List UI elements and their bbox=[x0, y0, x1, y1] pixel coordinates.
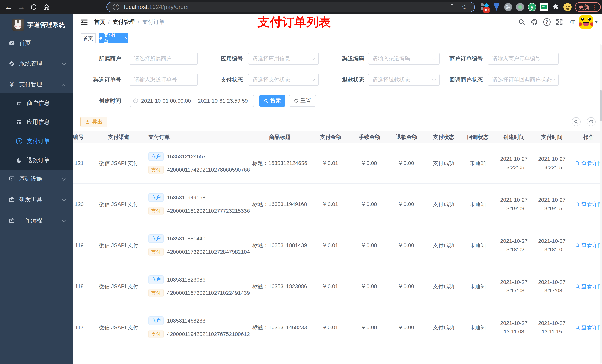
cell-id: 120 bbox=[73, 200, 90, 208]
scrollbar-thumb[interactable] bbox=[600, 90, 602, 121]
extension-kite-icon[interactable] bbox=[492, 3, 501, 11]
cell-amount: ¥ 0.01 bbox=[310, 323, 351, 332]
reset-button[interactable]: 重置 bbox=[289, 95, 316, 106]
font-size-icon[interactable]: тT bbox=[566, 16, 578, 28]
cell-pay-status: 支付成功 bbox=[425, 241, 462, 250]
pay-status-select[interactable]: 请选择支付状态 bbox=[248, 74, 319, 86]
cell-channel: 微信 JSAPI 支付 bbox=[90, 159, 147, 167]
refresh-table-button[interactable] bbox=[587, 117, 595, 126]
github-icon[interactable] bbox=[528, 16, 540, 28]
collapse-sidebar-icon[interactable] bbox=[80, 18, 88, 26]
cell-refund: ¥ 0.00 bbox=[388, 241, 425, 250]
info-icon[interactable]: i bbox=[113, 4, 119, 10]
view-detail-link[interactable]: 查看详情 bbox=[570, 323, 602, 332]
export-button[interactable]: 导出 bbox=[80, 116, 107, 127]
search-icon bbox=[574, 119, 578, 124]
extensions-puzzle-icon[interactable] bbox=[552, 3, 560, 11]
merchant-order-no: 1635311468233 bbox=[167, 316, 205, 325]
home-icon[interactable] bbox=[41, 0, 52, 14]
sidebar-item-infra[interactable]: 基础设施 bbox=[0, 168, 73, 189]
app-logo-row[interactable]: 芋道管理系统 bbox=[0, 18, 73, 32]
date-range-input[interactable]: 2021-10-01 00:00:00 - 2021-10-31 23:59:5… bbox=[129, 95, 254, 107]
search-icon bbox=[575, 202, 580, 207]
back-icon[interactable]: ← bbox=[3, 0, 14, 14]
extension-chat-icon[interactable] bbox=[540, 3, 548, 11]
bookmark-star-icon[interactable]: ☆ bbox=[462, 3, 468, 11]
sidebar: 芋道管理系统 首页 系统管理 ¥ 支付管理 商户信息 应用信息 bbox=[0, 14, 73, 364]
update-button[interactable]: 更新 ⋮ bbox=[575, 2, 601, 12]
col-order: 支付订单 bbox=[147, 133, 249, 141]
extension-dot-icon[interactable] bbox=[516, 3, 524, 11]
channel-code-select[interactable]: 请输入渠道编码 bbox=[368, 52, 440, 65]
search-icon bbox=[264, 98, 269, 103]
sidebar-item-system[interactable]: 系统管理 bbox=[0, 53, 73, 74]
fullscreen-icon[interactable] bbox=[553, 16, 566, 28]
cell-channel: 微信 JSAPI 支付 bbox=[90, 323, 147, 332]
sidebar-item-pay[interactable]: ¥ 支付管理 bbox=[0, 74, 73, 95]
avatar[interactable] bbox=[580, 15, 593, 29]
breadcrumb: 首页 / 支付管理 / 支付订单 bbox=[94, 14, 165, 30]
search-button[interactable]: 搜索 bbox=[259, 95, 285, 106]
sidebar-item-merchant-info[interactable]: 商户信息 bbox=[0, 94, 73, 113]
view-detail-link[interactable]: 查看详情 bbox=[570, 200, 602, 208]
channel-order-no: 4200001181202110277723215336 bbox=[167, 207, 250, 215]
pay-tag: 支付 bbox=[149, 166, 164, 174]
annotation-title: 支付订单列表 bbox=[239, 14, 350, 30]
placeholder: 请选择退款状态 bbox=[372, 76, 433, 83]
merchant-select[interactable]: 请选择所属商户 bbox=[129, 52, 198, 65]
breadcrumb-home[interactable]: 首页 bbox=[94, 18, 105, 26]
app-select[interactable]: 请选择应用信息 bbox=[248, 52, 319, 65]
notify-status-select[interactable]: 请选择订单回调商户状态 bbox=[488, 74, 559, 86]
sidebar-item-label: 支付管理 bbox=[19, 81, 42, 88]
extension-command-icon[interactable]: ⌘ bbox=[504, 3, 512, 11]
channel-order-no: 4200001174202110278060590766 bbox=[167, 166, 250, 174]
profile-emoji-icon[interactable] bbox=[563, 3, 572, 11]
sidebar-item-label: 支付订单 bbox=[27, 137, 50, 145]
help-icon[interactable]: ? bbox=[540, 16, 553, 28]
close-icon[interactable]: × bbox=[125, 35, 128, 41]
reload-icon[interactable] bbox=[28, 0, 39, 14]
placeholder: 请输入商户订单编号 bbox=[492, 55, 554, 62]
channel-order-no-input[interactable]: 请输入渠道订单号 bbox=[129, 74, 198, 86]
browser-menu-icon[interactable]: ⋮ bbox=[591, 4, 597, 10]
forward-icon[interactable]: → bbox=[16, 0, 27, 14]
filter-label: 所属商户 bbox=[73, 52, 121, 65]
refund-status-select[interactable]: 请选择退款状态 bbox=[368, 74, 440, 86]
pay-submenu: 商户信息 应用信息 ¥ 支付订单 退款订单 bbox=[0, 94, 73, 170]
view-detail-link[interactable]: 查看详情 bbox=[570, 241, 602, 250]
placeholder: 请选择所属商户 bbox=[134, 55, 193, 62]
cell-title: 标题：1635311949168 bbox=[249, 200, 310, 208]
caret-down-icon[interactable]: ▼ bbox=[594, 19, 599, 25]
sidebar-item-app-info[interactable]: 应用信息 bbox=[0, 113, 73, 132]
cell-fee: ¥ 0.00 bbox=[351, 323, 388, 332]
table-row: 121 微信 JSAPI 支付 商户1635312124657 支付420000… bbox=[73, 143, 602, 184]
filter-label: 渠道编码 bbox=[325, 52, 364, 65]
extension-y-icon[interactable]: y bbox=[528, 3, 536, 11]
topbar: 首页 / 支付管理 / 支付订单 支付订单列表 ? тT ▼ bbox=[73, 14, 602, 30]
col-create-time: 创建时间 bbox=[494, 133, 534, 141]
tab-home[interactable]: 首页 bbox=[81, 33, 96, 43]
sidebar-item-home[interactable]: 首页 bbox=[0, 32, 73, 53]
url-bar[interactable]: i localhost:1024/pay/order ☆ bbox=[107, 2, 475, 12]
chevron-up-icon bbox=[62, 84, 66, 88]
cell-notify-status: 未通知 bbox=[462, 241, 494, 250]
sidebar-item-devtools[interactable]: 研发工具 bbox=[0, 189, 73, 210]
sidebar-item-workflow[interactable]: 工作流程 bbox=[0, 210, 73, 231]
sidebar-item-refund-order[interactable]: 退款订单 bbox=[0, 151, 73, 170]
view-detail-link[interactable]: 查看详情 bbox=[570, 159, 602, 167]
view-detail-link[interactable]: 查看详情 bbox=[570, 282, 602, 291]
toggle-search-button[interactable] bbox=[572, 117, 580, 126]
merchant-tag: 商户 bbox=[149, 275, 164, 284]
merchant-order-no: 1635311881440 bbox=[167, 234, 205, 243]
extension-badge: 10 bbox=[483, 7, 490, 13]
table-row: 119 微信 JSAPI 支付 商户1635311881440 支付420000… bbox=[73, 225, 602, 266]
search-icon[interactable] bbox=[515, 16, 528, 28]
cell-fee: ¥ 0.00 bbox=[351, 200, 388, 208]
merchant-order-no-input[interactable]: 请输入商户订单编号 bbox=[488, 52, 559, 65]
breadcrumb-pay[interactable]: 支付管理 bbox=[113, 18, 135, 26]
placeholder: 请选择订单回调商户状态 bbox=[492, 76, 552, 83]
breadcrumb-separator: / bbox=[138, 19, 139, 25]
share-icon[interactable] bbox=[449, 3, 456, 11]
tab-pay-order[interactable]: 支付订单 × bbox=[99, 33, 128, 43]
sidebar-item-pay-order[interactable]: ¥ 支付订单 bbox=[0, 132, 73, 151]
